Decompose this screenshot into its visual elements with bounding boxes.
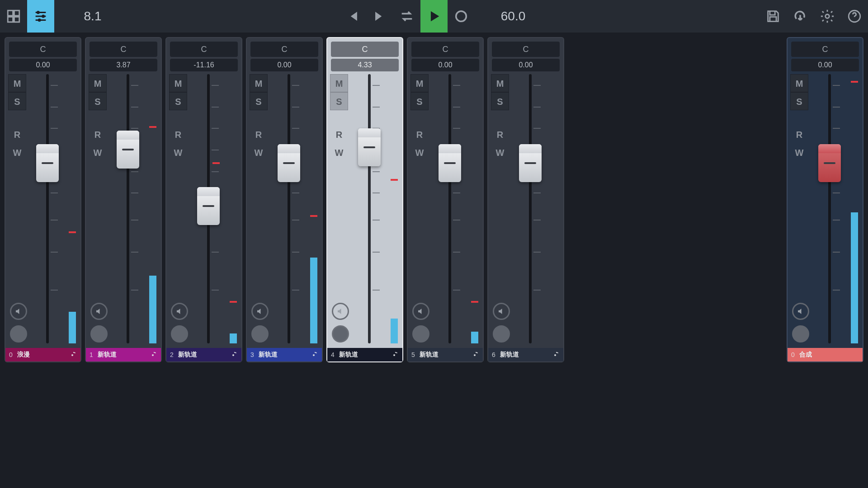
fader-handle[interactable]: [278, 144, 300, 182]
channel-footer[interactable]: 2 新轨道: [166, 348, 241, 361]
db-value[interactable]: 4.33: [331, 59, 399, 71]
monitor-icon[interactable]: [251, 303, 269, 320]
write-auto-button[interactable]: W: [8, 144, 26, 162]
db-value[interactable]: 0.00: [250, 59, 318, 71]
arm-record-icon[interactable]: [251, 325, 269, 343]
mixer-view-icon[interactable]: [27, 0, 54, 33]
mixer-channel[interactable]: C 0.00 M S R W: [246, 37, 323, 362]
read-auto-button[interactable]: R: [89, 126, 107, 144]
pan-value[interactable]: C: [170, 42, 238, 57]
prev-icon[interactable]: [339, 0, 366, 33]
svg-point-3: [456, 11, 467, 22]
mixer-channel[interactable]: C -11.16 M S R W: [165, 37, 242, 362]
write-auto-button[interactable]: W: [410, 144, 429, 162]
fader-track: [368, 74, 371, 343]
svg-point-2: [38, 19, 41, 22]
db-value[interactable]: 0.00: [411, 59, 479, 71]
fader-handle[interactable]: [117, 131, 139, 169]
loop-icon[interactable]: [393, 0, 420, 33]
pan-value[interactable]: C: [9, 42, 77, 57]
mute-button[interactable]: M: [250, 74, 268, 92]
pan-value[interactable]: C: [492, 42, 560, 57]
mute-button[interactable]: M: [491, 74, 509, 92]
channel-footer[interactable]: 5 新轨道: [408, 348, 483, 361]
solo-button[interactable]: S: [89, 92, 107, 110]
monitor-icon[interactable]: [90, 303, 108, 320]
pan-value[interactable]: C: [331, 42, 399, 57]
arm-record-icon[interactable]: [90, 325, 108, 343]
mixer-channel[interactable]: C 3.87 M S R W: [85, 37, 162, 362]
channel-footer[interactable]: 3 新轨道: [247, 348, 322, 361]
mixer-channel[interactable]: C 0.00 M S R W: [5, 37, 81, 362]
monitor-icon[interactable]: [412, 303, 429, 320]
db-value[interactable]: 0.00: [9, 59, 77, 71]
monitor-icon[interactable]: [332, 303, 349, 320]
peak-indicator: [471, 301, 478, 303]
mute-button[interactable]: M: [410, 74, 429, 92]
read-auto-button[interactable]: R: [491, 126, 509, 144]
write-auto-button[interactable]: W: [491, 144, 509, 162]
pan-value[interactable]: C: [250, 42, 318, 57]
next-icon[interactable]: [366, 0, 393, 33]
read-auto-button[interactable]: R: [330, 126, 348, 144]
channel-name: 新轨道: [259, 351, 278, 359]
monitor-icon[interactable]: [171, 303, 188, 320]
monitor-icon[interactable]: [10, 303, 27, 320]
mute-button[interactable]: M: [89, 74, 107, 92]
solo-button[interactable]: S: [410, 92, 429, 110]
read-auto-button[interactable]: R: [8, 126, 26, 144]
write-auto-button[interactable]: W: [250, 144, 268, 162]
write-auto-button[interactable]: W: [330, 144, 348, 162]
solo-button[interactable]: S: [491, 92, 509, 110]
fader-track: [127, 74, 129, 343]
read-auto-button[interactable]: R: [250, 126, 268, 144]
level-meter: [471, 332, 478, 343]
solo-button[interactable]: S: [330, 92, 348, 110]
channel-name: 新轨道: [178, 351, 197, 359]
read-auto-button[interactable]: R: [410, 126, 429, 144]
play-icon[interactable]: [420, 0, 448, 33]
arm-record-icon[interactable]: [332, 325, 349, 343]
mixer-channel[interactable]: C 0.00 M S R W: [407, 37, 484, 362]
monitor-icon[interactable]: [493, 303, 510, 320]
transport-position[interactable]: 8.1: [54, 9, 131, 23]
channel-name: 新轨道: [500, 351, 519, 359]
tempo-value[interactable]: 60.0: [475, 9, 552, 23]
fader-handle[interactable]: [36, 144, 59, 182]
arm-record-icon[interactable]: [493, 325, 510, 343]
fader-handle[interactable]: [519, 144, 542, 182]
peak-indicator: [230, 301, 237, 303]
channel-footer[interactable]: 1 新轨道: [86, 348, 161, 361]
solo-button[interactable]: S: [169, 92, 187, 110]
pan-value[interactable]: C: [411, 42, 479, 57]
channel-index: 4: [331, 351, 335, 358]
channel-footer[interactable]: 0 浪漫: [5, 348, 80, 361]
mute-button[interactable]: M: [330, 74, 348, 92]
arm-record-icon[interactable]: [171, 325, 188, 343]
fader-track: [448, 74, 451, 343]
read-auto-button[interactable]: R: [169, 126, 187, 144]
fader-handle[interactable]: [439, 144, 461, 182]
arm-record-icon[interactable]: [10, 325, 27, 343]
mixer-area: C 0.00 M S R W: [0, 37, 651, 362]
write-auto-button[interactable]: W: [89, 144, 107, 162]
arm-record-icon[interactable]: [412, 325, 429, 343]
mute-button[interactable]: M: [169, 74, 187, 92]
db-value[interactable]: -11.16: [170, 59, 238, 71]
solo-button[interactable]: S: [8, 92, 26, 110]
channel-footer[interactable]: 6 新轨道: [488, 348, 563, 361]
pan-value[interactable]: C: [90, 42, 157, 57]
record-icon[interactable]: [448, 0, 475, 33]
write-auto-button[interactable]: W: [169, 144, 187, 162]
db-value[interactable]: 3.87: [90, 59, 157, 71]
mixer-channel[interactable]: C 0.00 M S R W: [487, 37, 564, 362]
mute-button[interactable]: M: [8, 74, 26, 92]
db-value[interactable]: 0.00: [492, 59, 560, 71]
channel-footer[interactable]: 4 新轨道: [327, 348, 402, 361]
fader-handle[interactable]: [358, 128, 381, 166]
solo-button[interactable]: S: [250, 92, 268, 110]
fader-handle[interactable]: [197, 187, 220, 225]
grid-view-icon[interactable]: [0, 0, 27, 33]
channel-index: 1: [90, 351, 93, 358]
mixer-channel[interactable]: C 4.33 M S R W: [326, 37, 403, 362]
